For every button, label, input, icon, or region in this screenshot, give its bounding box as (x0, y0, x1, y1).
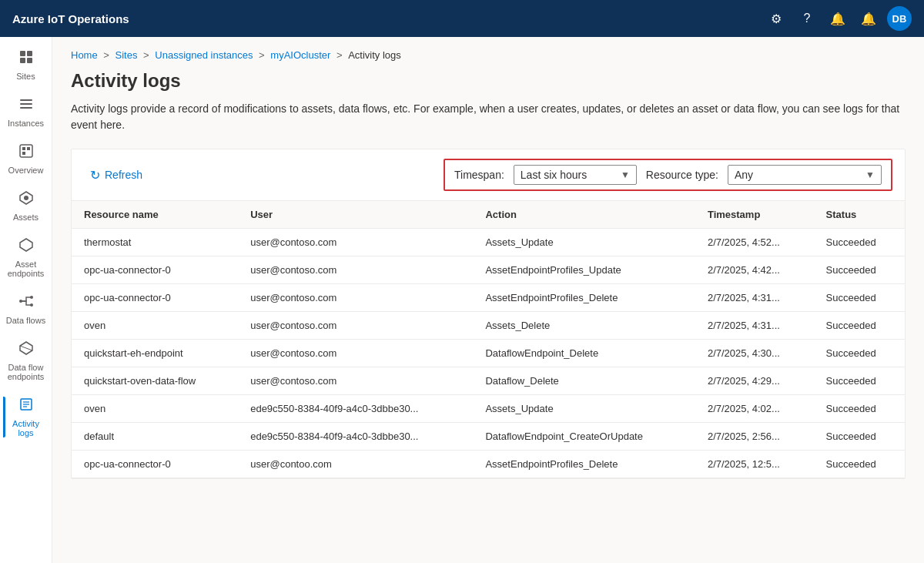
cell-user: user@contoso.com (238, 312, 473, 340)
cell-timestamp: 2/7/2025, 4:42... (695, 256, 814, 284)
refresh-button[interactable]: ↻ Refresh (84, 165, 149, 186)
sidebar-item-data-flow-endpoints[interactable]: Data flow endpoints (3, 334, 49, 387)
svg-rect-7 (20, 145, 32, 157)
cell-user: ede9c550-8384-40f9-a4c0-3dbbe30... (238, 395, 473, 423)
avatar[interactable]: DB (887, 6, 912, 31)
sidebar-label-assets: Assets (13, 213, 38, 222)
svg-point-12 (24, 196, 28, 200)
sidebar-label-asset-endpoints: Asset endpoints (6, 260, 46, 278)
timespan-label: Timespan: (454, 169, 504, 181)
svg-rect-1 (27, 51, 32, 56)
cell-action[interactable]: DataflowEndpoint_CreateOrUpdate (473, 423, 695, 451)
breadcrumb-sites[interactable]: Sites (116, 49, 138, 61)
refresh-label: Refresh (105, 169, 142, 181)
bell-icon[interactable]: 🔔 (856, 6, 881, 31)
main-layout: Sites Instances Overview Assets Asset en… (0, 37, 924, 563)
sidebar-label-data-flows: Data flows (6, 316, 45, 325)
cell-timestamp: 2/7/2025, 4:30... (695, 340, 814, 367)
table-row: quickstart-oven-data-flowuser@contoso.co… (72, 367, 905, 395)
table-row: ovenuser@contoso.comAssets_Delete2/7/202… (72, 312, 905, 340)
notification-icon[interactable]: 🔔 (825, 6, 850, 31)
col-user: User (238, 201, 473, 229)
cell-resource-name[interactable]: quickstart-oven-data-flow (72, 367, 238, 395)
timespan-select[interactable]: Last six hours ▼ (514, 165, 637, 185)
sites-icon (18, 49, 34, 69)
svg-rect-0 (20, 51, 25, 56)
svg-marker-13 (20, 239, 32, 251)
cell-action[interactable]: Dataflow_Delete (473, 367, 695, 395)
svg-rect-10 (22, 152, 25, 155)
cell-user: user@contoso.com (238, 367, 473, 395)
svg-rect-9 (27, 147, 30, 150)
data-flows-icon (18, 293, 34, 313)
activity-log-table: Resource name User Action Timestamp Stat… (72, 201, 905, 478)
cell-resource-name: opc-ua-connector-0 (72, 451, 238, 478)
cell-status: Succeeded (814, 367, 905, 395)
cell-status: Succeeded (814, 423, 905, 451)
cell-timestamp: 2/7/2025, 4:52... (695, 229, 814, 256)
sidebar: Sites Instances Overview Assets Asset en… (0, 37, 52, 563)
breadcrumb-sep-2: > (143, 49, 152, 61)
timespan-chevron-icon: ▼ (621, 169, 630, 180)
asset-endpoints-icon (18, 237, 34, 256)
cell-timestamp: 2/7/2025, 4:29... (695, 367, 814, 395)
svg-rect-8 (22, 147, 25, 150)
topbar-icons: ⚙ ? 🔔 🔔 DB (764, 6, 912, 31)
resource-type-value: Any (735, 169, 859, 181)
table-row: opc-ua-connector-0user@contoso.comAssetE… (72, 284, 905, 312)
sidebar-item-asset-endpoints[interactable]: Asset endpoints (3, 231, 49, 284)
table-row: defaultede9c550-8384-40f9-a4c0-3dbbe30..… (72, 423, 905, 451)
breadcrumb-home[interactable]: Home (71, 49, 98, 61)
cell-action: AssetEndpointProfiles_Update (473, 256, 695, 284)
activity-logs-icon (18, 397, 34, 416)
sidebar-item-overview[interactable]: Overview (3, 137, 49, 181)
svg-rect-3 (27, 58, 32, 63)
cell-user: user@contoso.com (238, 284, 473, 312)
breadcrumb-sep-3: > (259, 49, 267, 61)
settings-icon[interactable]: ⚙ (764, 6, 788, 31)
svg-line-18 (20, 346, 32, 350)
cell-action: Assets_Delete (473, 312, 695, 340)
cell-action: AssetEndpointProfiles_Delete (473, 451, 695, 478)
sidebar-item-assets[interactable]: Assets (3, 184, 49, 228)
cell-resource-name: oven (72, 312, 238, 340)
col-resource-name: Resource name (72, 201, 238, 229)
sidebar-item-instances[interactable]: Instances (3, 90, 49, 134)
cell-status: Succeeded (814, 451, 905, 478)
cell-action: AssetEndpointProfiles_Delete (473, 284, 695, 312)
breadcrumb-sep-1: > (103, 49, 112, 61)
cell-status: Succeeded (814, 395, 905, 423)
table-row: quickstart-eh-endpointuser@contoso.comDa… (72, 340, 905, 367)
resource-type-select[interactable]: Any ▼ (728, 165, 882, 185)
breadcrumb-cluster[interactable]: myAIOcluster (270, 49, 330, 61)
cell-timestamp: 2/7/2025, 2:56... (695, 423, 814, 451)
table-card: ↻ Refresh Timespan: Last six hours ▼ Res… (71, 149, 906, 479)
svg-rect-2 (20, 58, 25, 63)
table-row: opc-ua-connector-0user@contoo.comAssetEn… (72, 451, 905, 478)
cell-timestamp: 2/7/2025, 12:5... (695, 451, 814, 478)
breadcrumb-unassigned-instances[interactable]: Unassigned instances (155, 49, 253, 61)
sidebar-item-sites[interactable]: Sites (3, 43, 49, 87)
cell-timestamp: 2/7/2025, 4:31... (695, 284, 814, 312)
table-header-row: Resource name User Action Timestamp Stat… (72, 201, 905, 229)
svg-point-14 (30, 296, 33, 299)
cell-resource-name: opc-ua-connector-0 (72, 256, 238, 284)
svg-rect-4 (20, 99, 32, 101)
breadcrumb-sep-4: > (336, 49, 345, 61)
content-inner: Home > Sites > Unassigned instances > my… (52, 37, 924, 498)
instances-icon (18, 96, 34, 116)
topbar: Azure IoT Operations ⚙ ? 🔔 🔔 DB (0, 0, 924, 37)
sidebar-item-data-flows[interactable]: Data flows (3, 287, 49, 331)
sidebar-item-activity-logs[interactable]: Activity logs (3, 390, 49, 444)
cell-resource-name[interactable]: quickstart-eh-endpoint (72, 340, 238, 367)
cell-status: Succeeded (814, 284, 905, 312)
sidebar-label-instances: Instances (8, 119, 44, 128)
help-icon[interactable]: ? (795, 6, 819, 31)
cell-status: Succeeded (814, 312, 905, 340)
filter-group: Timespan: Last six hours ▼ Resource type… (444, 159, 892, 191)
resource-type-chevron-icon: ▼ (865, 169, 875, 180)
cell-resource-name: default (72, 423, 238, 451)
cell-action[interactable]: DataflowEndpoint_Delete (473, 340, 695, 367)
app-title: Azure IoT Operations (12, 12, 764, 25)
cell-status: Succeeded (814, 229, 905, 256)
